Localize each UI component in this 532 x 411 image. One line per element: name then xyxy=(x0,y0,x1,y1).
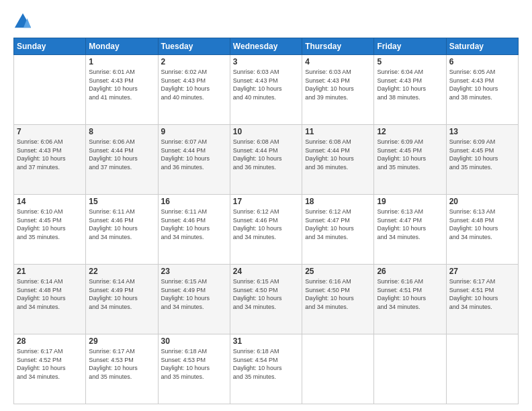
day-info: Sunrise: 6:04 AM Sunset: 4:43 PM Dayligh… xyxy=(377,68,443,101)
day-info: Sunrise: 6:08 AM Sunset: 4:44 PM Dayligh… xyxy=(233,138,299,171)
calendar-cell: 4Sunrise: 6:03 AM Sunset: 4:43 PM Daylig… xyxy=(302,55,374,125)
day-info: Sunrise: 6:18 AM Sunset: 4:53 PM Dayligh… xyxy=(161,347,227,381)
calendar-cell: 19Sunrise: 6:13 AM Sunset: 4:47 PM Dayli… xyxy=(374,195,446,265)
calendar-cell: 17Sunrise: 6:12 AM Sunset: 4:46 PM Dayli… xyxy=(230,195,302,265)
day-number: 12 xyxy=(377,127,443,136)
calendar-week-2: 7Sunrise: 6:06 AM Sunset: 4:43 PM Daylig… xyxy=(14,125,519,195)
calendar-cell: 18Sunrise: 6:12 AM Sunset: 4:47 PM Dayli… xyxy=(302,195,374,265)
calendar-cell: 20Sunrise: 6:13 AM Sunset: 4:48 PM Dayli… xyxy=(446,195,518,265)
calendar-header-saturday: Saturday xyxy=(446,38,518,55)
day-info: Sunrise: 6:14 AM Sunset: 4:48 PM Dayligh… xyxy=(17,277,83,311)
calendar-cell: 9Sunrise: 6:07 AM Sunset: 4:44 PM Daylig… xyxy=(158,125,230,195)
header xyxy=(13,12,519,31)
calendar-cell: 5Sunrise: 6:04 AM Sunset: 4:43 PM Daylig… xyxy=(374,55,446,125)
calendar-cell: 31Sunrise: 6:18 AM Sunset: 4:54 PM Dayli… xyxy=(230,334,302,404)
calendar-cell: 22Sunrise: 6:14 AM Sunset: 4:49 PM Dayli… xyxy=(86,265,158,334)
calendar-cell xyxy=(374,334,446,404)
day-info: Sunrise: 6:14 AM Sunset: 4:49 PM Dayligh… xyxy=(89,277,154,311)
day-number: 15 xyxy=(89,197,154,206)
day-number: 3 xyxy=(233,57,299,66)
day-number: 7 xyxy=(17,127,83,136)
day-info: Sunrise: 6:02 AM Sunset: 4:43 PM Dayligh… xyxy=(161,68,227,101)
logo-icon xyxy=(13,12,32,31)
day-number: 31 xyxy=(233,336,299,346)
day-number: 10 xyxy=(233,127,299,136)
calendar-cell: 8Sunrise: 6:06 AM Sunset: 4:44 PM Daylig… xyxy=(86,125,158,195)
day-info: Sunrise: 6:09 AM Sunset: 4:45 PM Dayligh… xyxy=(377,138,443,171)
day-info: Sunrise: 6:17 AM Sunset: 4:52 PM Dayligh… xyxy=(17,347,83,381)
day-number: 21 xyxy=(17,267,83,276)
day-number: 22 xyxy=(89,267,154,276)
day-info: Sunrise: 6:16 AM Sunset: 4:51 PM Dayligh… xyxy=(377,277,443,311)
calendar-header-wednesday: Wednesday xyxy=(230,38,302,55)
calendar-cell xyxy=(14,55,86,125)
calendar-header-row: SundayMondayTuesdayWednesdayThursdayFrid… xyxy=(14,38,519,55)
logo xyxy=(13,12,35,31)
calendar-week-5: 28Sunrise: 6:17 AM Sunset: 4:52 PM Dayli… xyxy=(14,334,519,404)
calendar-cell: 23Sunrise: 6:15 AM Sunset: 4:49 PM Dayli… xyxy=(158,265,230,334)
day-number: 18 xyxy=(305,197,371,206)
day-info: Sunrise: 6:07 AM Sunset: 4:44 PM Dayligh… xyxy=(161,138,227,171)
day-number: 29 xyxy=(89,336,154,346)
day-info: Sunrise: 6:01 AM Sunset: 4:43 PM Dayligh… xyxy=(89,68,154,101)
calendar-header-friday: Friday xyxy=(374,38,446,55)
day-info: Sunrise: 6:15 AM Sunset: 4:49 PM Dayligh… xyxy=(161,277,227,311)
calendar-table: SundayMondayTuesdayWednesdayThursdayFrid… xyxy=(13,38,519,404)
day-info: Sunrise: 6:11 AM Sunset: 4:46 PM Dayligh… xyxy=(161,208,227,241)
day-number: 1 xyxy=(89,57,154,66)
day-number: 28 xyxy=(17,336,83,346)
calendar-cell: 1Sunrise: 6:01 AM Sunset: 4:43 PM Daylig… xyxy=(86,55,158,125)
calendar-cell xyxy=(302,334,374,404)
calendar-cell: 14Sunrise: 6:10 AM Sunset: 4:45 PM Dayli… xyxy=(14,195,86,265)
calendar-cell: 13Sunrise: 6:09 AM Sunset: 4:45 PM Dayli… xyxy=(446,125,518,195)
day-number: 16 xyxy=(161,197,227,206)
calendar-cell: 26Sunrise: 6:16 AM Sunset: 4:51 PM Dayli… xyxy=(374,265,446,334)
day-number: 8 xyxy=(89,127,154,136)
calendar-cell: 15Sunrise: 6:11 AM Sunset: 4:46 PM Dayli… xyxy=(86,195,158,265)
day-info: Sunrise: 6:13 AM Sunset: 4:47 PM Dayligh… xyxy=(377,208,443,241)
day-info: Sunrise: 6:05 AM Sunset: 4:43 PM Dayligh… xyxy=(449,68,515,101)
day-number: 5 xyxy=(377,57,443,66)
calendar-header-sunday: Sunday xyxy=(14,38,86,55)
day-info: Sunrise: 6:06 AM Sunset: 4:43 PM Dayligh… xyxy=(17,138,83,171)
day-number: 2 xyxy=(161,57,227,66)
calendar-cell: 24Sunrise: 6:15 AM Sunset: 4:50 PM Dayli… xyxy=(230,265,302,334)
day-info: Sunrise: 6:17 AM Sunset: 4:51 PM Dayligh… xyxy=(449,277,515,311)
calendar-cell: 29Sunrise: 6:17 AM Sunset: 4:53 PM Dayli… xyxy=(86,334,158,404)
day-info: Sunrise: 6:16 AM Sunset: 4:50 PM Dayligh… xyxy=(305,277,371,311)
day-number: 9 xyxy=(161,127,227,136)
day-info: Sunrise: 6:03 AM Sunset: 4:43 PM Dayligh… xyxy=(233,68,299,101)
day-number: 6 xyxy=(449,57,515,66)
calendar-cell: 21Sunrise: 6:14 AM Sunset: 4:48 PM Dayli… xyxy=(14,265,86,334)
day-number: 24 xyxy=(233,267,299,276)
day-number: 19 xyxy=(377,197,443,206)
calendar-week-3: 14Sunrise: 6:10 AM Sunset: 4:45 PM Dayli… xyxy=(14,195,519,265)
calendar-header-tuesday: Tuesday xyxy=(158,38,230,55)
day-number: 20 xyxy=(449,197,515,206)
day-number: 23 xyxy=(161,267,227,276)
day-number: 13 xyxy=(449,127,515,136)
day-number: 27 xyxy=(449,267,515,276)
day-info: Sunrise: 6:12 AM Sunset: 4:46 PM Dayligh… xyxy=(233,208,299,241)
day-info: Sunrise: 6:17 AM Sunset: 4:53 PM Dayligh… xyxy=(89,347,154,381)
page: SundayMondayTuesdayWednesdayThursdayFrid… xyxy=(0,0,532,411)
calendar-cell: 28Sunrise: 6:17 AM Sunset: 4:52 PM Dayli… xyxy=(14,334,86,404)
calendar-cell: 6Sunrise: 6:05 AM Sunset: 4:43 PM Daylig… xyxy=(446,55,518,125)
day-number: 17 xyxy=(233,197,299,206)
day-info: Sunrise: 6:18 AM Sunset: 4:54 PM Dayligh… xyxy=(233,347,299,381)
calendar-week-4: 21Sunrise: 6:14 AM Sunset: 4:48 PM Dayli… xyxy=(14,265,519,334)
day-info: Sunrise: 6:10 AM Sunset: 4:45 PM Dayligh… xyxy=(17,208,83,241)
day-number: 11 xyxy=(305,127,371,136)
calendar-cell: 12Sunrise: 6:09 AM Sunset: 4:45 PM Dayli… xyxy=(374,125,446,195)
calendar-cell xyxy=(446,334,518,404)
day-info: Sunrise: 6:12 AM Sunset: 4:47 PM Dayligh… xyxy=(305,208,371,241)
calendar-cell: 11Sunrise: 6:08 AM Sunset: 4:44 PM Dayli… xyxy=(302,125,374,195)
day-info: Sunrise: 6:09 AM Sunset: 4:45 PM Dayligh… xyxy=(449,138,515,171)
calendar-header-monday: Monday xyxy=(86,38,158,55)
calendar-cell: 25Sunrise: 6:16 AM Sunset: 4:50 PM Dayli… xyxy=(302,265,374,334)
day-info: Sunrise: 6:13 AM Sunset: 4:48 PM Dayligh… xyxy=(449,208,515,241)
calendar-cell: 10Sunrise: 6:08 AM Sunset: 4:44 PM Dayli… xyxy=(230,125,302,195)
calendar-cell: 2Sunrise: 6:02 AM Sunset: 4:43 PM Daylig… xyxy=(158,55,230,125)
calendar-header-thursday: Thursday xyxy=(302,38,374,55)
calendar-cell: 27Sunrise: 6:17 AM Sunset: 4:51 PM Dayli… xyxy=(446,265,518,334)
